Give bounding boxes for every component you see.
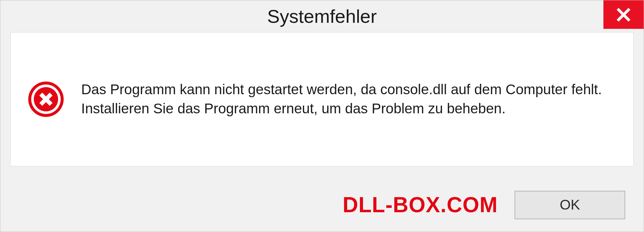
ok-button[interactable]: OK — [515, 191, 625, 219]
content-area: Das Programm kann nicht gestartet werden… — [10, 32, 634, 166]
close-icon — [616, 7, 631, 22]
titlebar: Systemfehler — [0, 0, 644, 32]
error-icon — [28, 81, 64, 118]
error-message: Das Programm kann nicht gestartet werden… — [81, 80, 616, 118]
dialog-footer: DLL-BOX.COM OK — [0, 178, 644, 232]
watermark-text: DLL-BOX.COM — [343, 192, 498, 217]
close-button[interactable] — [603, 0, 644, 29]
error-dialog: Systemfehler Das Programm kann nicht ges… — [0, 0, 644, 232]
dialog-title: Systemfehler — [267, 5, 377, 27]
